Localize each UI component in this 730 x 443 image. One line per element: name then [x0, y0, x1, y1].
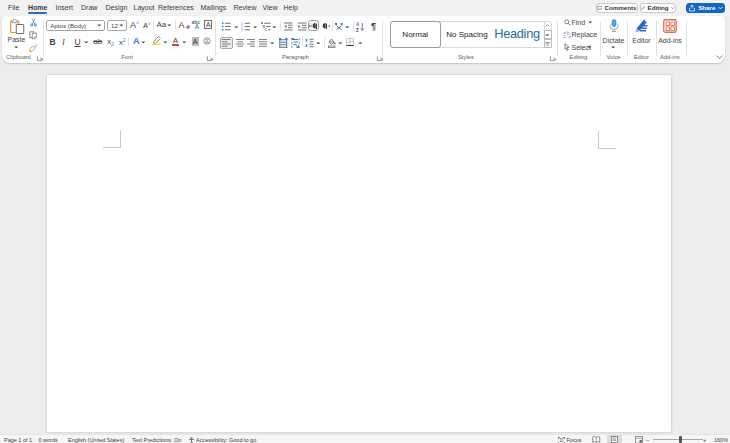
- svg-text:Z: Z: [356, 27, 359, 32]
- svg-text:D: D: [560, 438, 564, 443]
- svg-text:3: 3: [241, 28, 243, 31]
- svg-text:b: b: [566, 31, 569, 36]
- svg-text:A: A: [356, 22, 360, 27]
- svg-text:c: c: [563, 33, 566, 39]
